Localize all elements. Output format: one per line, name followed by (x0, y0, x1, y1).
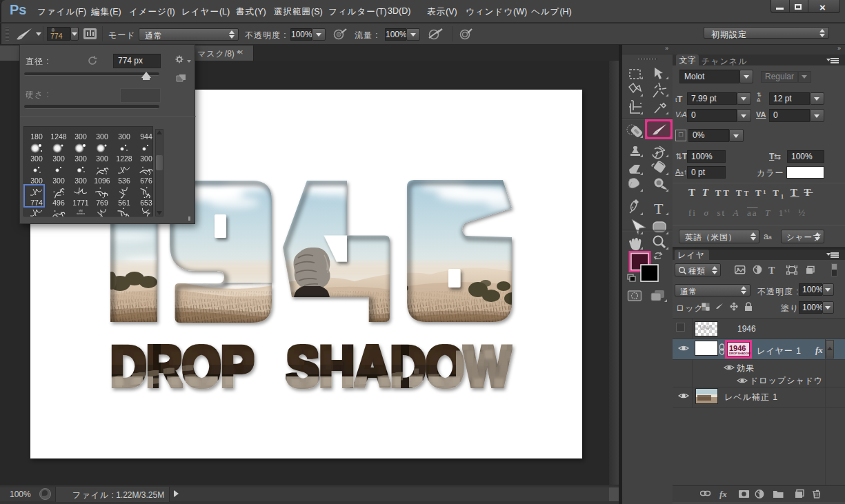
svg-text:1228: 1228 (116, 154, 132, 163)
svg-text:180: 180 (30, 132, 43, 141)
svg-text:T: T (768, 265, 775, 275)
svg-text:1248: 1248 (50, 132, 67, 141)
svg-text:944: 944 (140, 132, 152, 141)
svg-text:769: 769 (96, 199, 108, 207)
svg-text:653: 653 (140, 199, 152, 207)
svg-text:300: 300 (118, 132, 130, 141)
svg-text:fx: fx (719, 489, 727, 499)
svg-text:300: 300 (74, 154, 87, 163)
svg-text:774: 774 (30, 199, 43, 207)
svg-text:300: 300 (96, 154, 108, 163)
svg-text:300: 300 (30, 154, 43, 163)
svg-text:300: 300 (140, 154, 152, 163)
svg-text:300: 300 (74, 177, 87, 185)
svg-text:561: 561 (118, 199, 130, 207)
svg-text:496: 496 (52, 199, 65, 207)
svg-text:300: 300 (74, 132, 87, 141)
svg-text:536: 536 (118, 177, 130, 185)
svg-text:1096: 1096 (94, 177, 110, 185)
svg-text:300: 300 (30, 177, 43, 185)
svg-text:300: 300 (52, 177, 65, 185)
svg-text:statistics: statistics (77, 212, 86, 215)
svg-text:300: 300 (96, 132, 108, 141)
svg-text:1771: 1771 (72, 199, 89, 207)
svg-text:676: 676 (140, 177, 152, 185)
svg-text:300: 300 (52, 154, 65, 163)
svg-text:T: T (654, 200, 664, 217)
